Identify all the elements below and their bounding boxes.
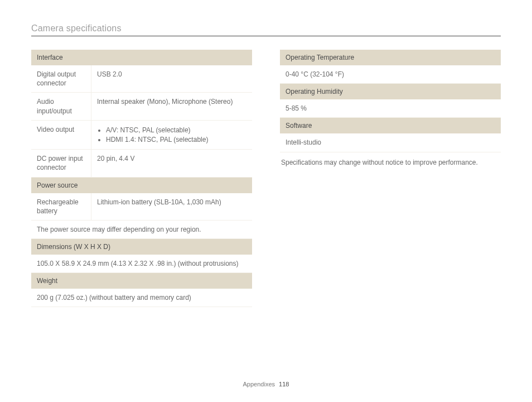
spec-label: Rechargeable battery — [31, 193, 91, 220]
page-footer: Appendixes 118 — [0, 381, 532, 387]
spec-label: DC power input connector — [31, 150, 91, 176]
spec-label: Audio input/output — [31, 93, 91, 119]
spec-value-weight: 200 g (7.025 oz.) (without battery and m… — [31, 289, 252, 307]
spec-value: Internal speaker (Mono), Microphone (Ste… — [91, 93, 252, 119]
content-columns: Interface Digital output connector USB 2… — [31, 50, 501, 307]
spec-value-dimensions: 105.0 X 58.9 X 24.9 mm (4.13 X 2.32 X .9… — [31, 255, 252, 273]
spec-value: 20 pin, 4.4 V — [91, 150, 252, 176]
footer-section: Appendixes — [243, 381, 275, 387]
section-header-weight: Weight — [31, 273, 252, 289]
section-header-interface: Interface — [31, 50, 252, 65]
section-header-software: Software — [280, 118, 501, 133]
section-header-op-temp: Operating Temperature — [280, 50, 501, 65]
section-header-dimensions: Dimensions (W X H X D) — [31, 239, 252, 255]
spec-value-software: Intelli-studio — [280, 133, 501, 152]
power-source-note: The power source may differ depending on… — [31, 221, 252, 239]
right-column: Operating Temperature 0-40 °C (32-104 °F… — [280, 50, 501, 307]
spec-value-op-humidity: 5-85 % — [280, 99, 501, 118]
footer-page-number: 118 — [279, 381, 289, 387]
section-header-op-humidity: Operating Humidity — [280, 84, 501, 99]
spec-row-battery: Rechargeable battery Lithium-ion battery… — [31, 193, 252, 221]
section-header-power-source: Power source — [31, 178, 252, 193]
bullet-item: A/V: NTSC, PAL (selectable) — [106, 126, 246, 135]
spec-value-op-temp: 0-40 °C (32-104 °F) — [280, 65, 501, 84]
spec-row-video-output: Video output A/V: NTSC, PAL (selectable)… — [31, 121, 252, 150]
page-title: Camera specifications — [31, 23, 501, 36]
spec-value: USB 2.0 — [91, 65, 252, 92]
left-column: Interface Digital output connector USB 2… — [31, 50, 252, 307]
spec-row-dc-power: DC power input connector 20 pin, 4.4 V — [31, 150, 252, 177]
spec-row-audio-io: Audio input/output Internal speaker (Mon… — [31, 93, 252, 120]
bullet-item: HDMI 1.4: NTSC, PAL (selectable) — [106, 135, 246, 144]
spec-value: Lithium-ion battery (SLB-10A, 1,030 mAh) — [91, 193, 252, 220]
disclaimer-text: Specifications may change without notice… — [280, 152, 501, 173]
spec-label: Video output — [31, 121, 91, 149]
spec-value: A/V: NTSC, PAL (selectable) HDMI 1.4: NT… — [91, 121, 252, 149]
spec-row-digital-output: Digital output connector USB 2.0 — [31, 65, 252, 93]
spec-label: Digital output connector — [31, 65, 91, 92]
